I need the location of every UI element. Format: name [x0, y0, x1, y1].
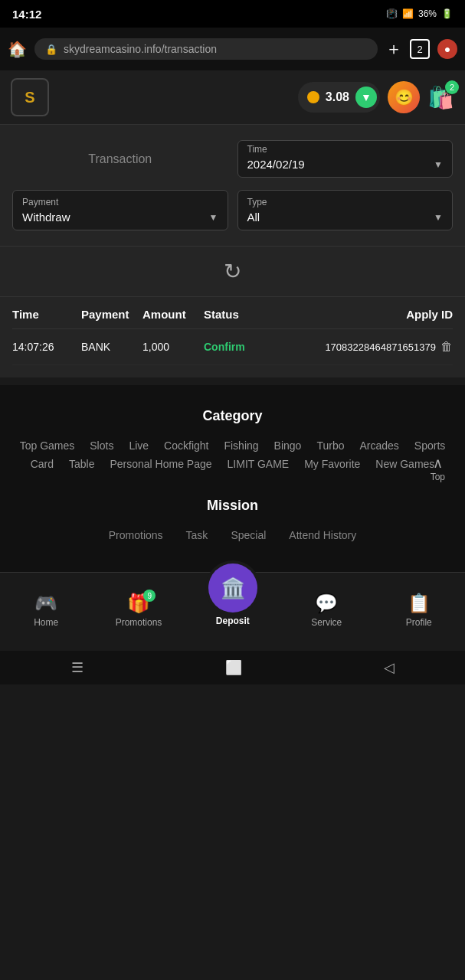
nav-promotions[interactable]: 🎁 Promotions 9: [116, 593, 162, 628]
payment-filter-label: Payment: [22, 197, 218, 207]
time-filter-box[interactable]: Time 2024/02/19 ▼: [237, 140, 454, 178]
th-payment: Payment: [81, 308, 142, 321]
transaction-label-box: Transaction: [12, 140, 228, 178]
payment-chevron-icon: ▼: [209, 212, 218, 223]
time-filter-label: Time: [238, 141, 453, 155]
deposit-icon: 🏛️: [221, 577, 245, 600]
browser-home-button[interactable]: 🏠: [8, 40, 27, 58]
lock-icon: 🔒: [45, 44, 57, 55]
payment-filter-box[interactable]: Payment Withdraw ▼: [12, 190, 228, 230]
time-chevron-icon: ▼: [434, 159, 443, 170]
profile-nav-label: Profile: [406, 617, 432, 628]
nav-service[interactable]: 💬 Service: [303, 593, 349, 628]
transaction-section: Transaction Time 2024/02/19 ▼ Payment Wi…: [0, 125, 465, 246]
signal-icon: 📶: [402, 8, 414, 19]
table-header-row: Time Payment Amount Status Apply ID: [12, 297, 453, 329]
td-time: 14:07:26: [12, 341, 81, 353]
payment-select-row: Withdraw ▼: [22, 211, 218, 224]
type-chevron-icon: ▼: [434, 212, 443, 223]
category-link-sports[interactable]: Sports: [414, 439, 445, 452]
top-label: Top: [431, 472, 445, 482]
header-right: 3.08 ▼ 😊 🛍️ 2: [298, 81, 454, 113]
browser-url-bar[interactable]: 🔒 skydreamcasino.info/transaction: [34, 38, 378, 60]
mission-title: Mission: [25, 498, 440, 514]
category-link-slots[interactable]: Slots: [90, 439, 113, 452]
status-time: 14:12: [12, 8, 41, 21]
td-apply-id: 17083228464871651379: [325, 341, 436, 353]
td-payment: BANK: [81, 341, 142, 353]
service-nav-icon: 💬: [315, 593, 338, 614]
transaction-table: Time Payment Amount Status Apply ID 14:0…: [0, 297, 465, 377]
category-link-cockfight[interactable]: Cockfight: [164, 439, 208, 452]
scroll-top-button[interactable]: ∧ Top: [431, 455, 445, 482]
vibrate-icon: 📳: [386, 8, 398, 19]
td-amount: 1,000: [142, 341, 204, 353]
mission-tabs: Promotions Task Special Attend History: [25, 529, 440, 541]
category-link-fishing[interactable]: Fishing: [224, 439, 258, 452]
user-avatar[interactable]: 😊: [388, 81, 420, 113]
status-icons: 📳 📶 36% 🔋: [386, 8, 453, 19]
nav-deposit[interactable]: 🏛️ Deposit: [208, 564, 257, 626]
status-bar: 14:12 📳 📶 36% 🔋: [0, 0, 465, 28]
refresh-button[interactable]: ↻: [224, 259, 241, 284]
th-apply-id: Apply ID: [273, 308, 453, 321]
delete-row-button[interactable]: 🗑: [440, 340, 453, 354]
browser-user-button[interactable]: ●: [437, 39, 457, 59]
battery-icon: 🔋: [441, 8, 453, 19]
category-title: Category: [12, 408, 453, 424]
battery-text: 36%: [418, 8, 437, 19]
transaction-header: Transaction Time 2024/02/19 ▼: [12, 140, 453, 178]
service-nav-label: Service: [311, 617, 342, 628]
mission-tab-special[interactable]: Special: [231, 529, 266, 541]
balance-box: 3.08 ▼: [298, 82, 380, 113]
balance-dropdown-button[interactable]: ▼: [355, 87, 377, 108]
chevron-up-icon: ∧: [433, 455, 443, 472]
android-back-button[interactable]: ◁: [384, 659, 395, 676]
deposit-circle-button[interactable]: 🏛️: [208, 564, 257, 612]
coin-icon: [307, 91, 319, 103]
user-circle-icon: ●: [444, 43, 450, 55]
browser-url-text: skydreamcasino.info/transaction: [64, 43, 217, 55]
category-link-turbo[interactable]: Turbo: [316, 439, 344, 452]
browser-bar: 🏠 🔒 skydreamcasino.info/transaction ＋ 2 …: [0, 28, 465, 70]
transaction-label: Transaction: [88, 152, 152, 166]
profile-nav-icon: 📋: [408, 593, 431, 614]
home-nav-label: Home: [34, 617, 58, 628]
payment-filter-value: Withdraw: [22, 211, 70, 224]
th-status: Status: [204, 308, 273, 321]
android-menu-button[interactable]: ☰: [71, 659, 84, 676]
time-filter-value: 2024/02/19: [247, 158, 305, 171]
balance-amount: 3.08: [326, 90, 349, 104]
browser-tabs-button[interactable]: 2: [410, 39, 430, 59]
td-apply-id-cell: 17083228464871651379 🗑: [273, 340, 453, 354]
type-filter-label: Type: [247, 197, 444, 207]
bag-badge: 2: [445, 80, 459, 94]
category-link-arcades[interactable]: Arcades: [359, 439, 398, 452]
category-link-top-games[interactable]: Top Games: [20, 439, 75, 452]
promotions-nav-label: Promotions: [116, 617, 162, 628]
td-status: Confirm: [204, 341, 273, 353]
mission-tab-promotions[interactable]: Promotions: [109, 529, 163, 541]
avatar-emoji: 😊: [395, 88, 414, 106]
type-select-row: All ▼: [247, 211, 444, 224]
th-time: Time: [12, 308, 81, 321]
browser-add-tab-button[interactable]: ＋: [385, 38, 402, 60]
app-header: S 3.08 ▼ 😊 🛍️ 2: [0, 70, 465, 125]
table-row: 14:07:26 BANK 1,000 Confirm 170832284648…: [12, 329, 453, 365]
top-button-wrap: ∧ Top: [12, 455, 453, 482]
time-select-row: 2024/02/19 ▼: [238, 155, 453, 177]
category-link-live[interactable]: Live: [129, 439, 149, 452]
casino-logo[interactable]: S: [11, 78, 49, 116]
bag-button[interactable]: 🛍️ 2: [427, 85, 454, 110]
type-filter-box[interactable]: Type All ▼: [237, 190, 454, 230]
category-link-bingo[interactable]: Bingo: [274, 439, 302, 452]
mission-section: Mission Promotions Task Special Attend H…: [12, 482, 453, 557]
th-amount: Amount: [142, 308, 204, 321]
browser-actions: ＋ 2 ●: [385, 38, 457, 60]
nav-home[interactable]: 🎮 Home: [23, 593, 69, 628]
mission-tab-attend-history[interactable]: Attend History: [289, 529, 356, 541]
nav-profile[interactable]: 📋 Profile: [396, 593, 442, 628]
filter-row: Payment Withdraw ▼ Type All ▼: [12, 190, 453, 230]
android-home-button[interactable]: ⬜: [225, 659, 242, 676]
mission-tab-task[interactable]: Task: [186, 529, 208, 541]
